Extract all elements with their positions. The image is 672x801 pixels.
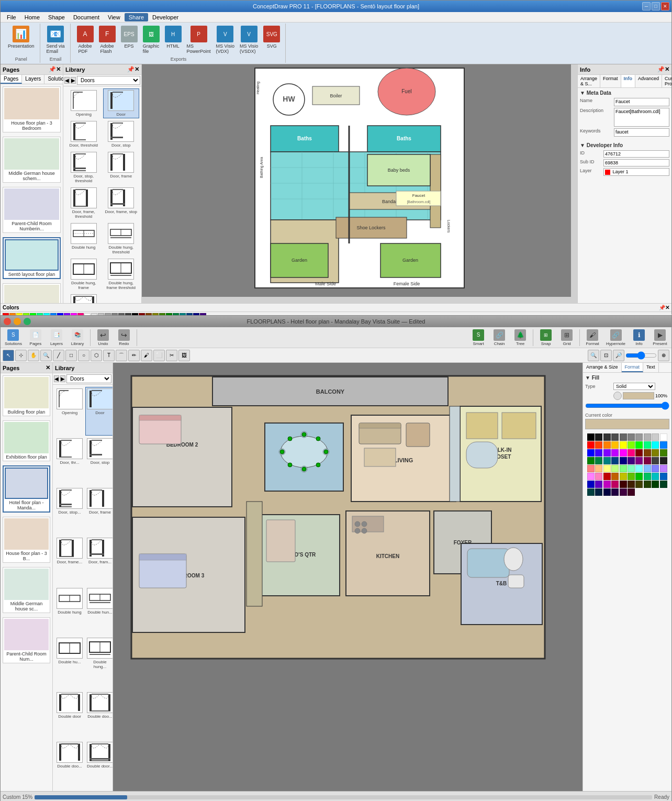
html-button[interactable]: H HTML bbox=[163, 25, 184, 55]
fill-type-select[interactable]: Solid None Gradient bbox=[613, 383, 655, 390]
palette-color[interactable] bbox=[620, 441, 627, 449]
page-thumb-5[interactable]: Single-family detached home... bbox=[3, 283, 61, 303]
rect-tool[interactable]: □ bbox=[65, 350, 77, 361]
eraser-tool[interactable]: ⬜ bbox=[153, 350, 165, 361]
pages-button[interactable]: 📄 Pages bbox=[26, 328, 45, 347]
palette-color[interactable] bbox=[628, 465, 635, 472]
palette-color[interactable] bbox=[595, 488, 602, 496]
palette-color[interactable] bbox=[644, 449, 651, 457]
library-button[interactable]: 📚 Library bbox=[68, 328, 87, 347]
palette-color[interactable] bbox=[587, 481, 595, 488]
bottom-lib-double-doo-1[interactable]: Double doo... bbox=[85, 691, 113, 739]
palette-color[interactable] bbox=[595, 473, 602, 480]
bottom-lib-door-frame-thr[interactable]: Door, frame... bbox=[55, 536, 84, 585]
bottom-lib-opening[interactable]: Opening bbox=[55, 387, 84, 436]
bottom-lib-door[interactable]: Door bbox=[85, 387, 113, 436]
palette-color[interactable] bbox=[620, 449, 627, 457]
vertical-scrollbar[interactable] bbox=[571, 64, 577, 303]
lib-item-double-hung-threshold[interactable]: Double hung, threshold bbox=[103, 221, 140, 256]
palette-color[interactable] bbox=[611, 433, 619, 441]
palette-color[interactable] bbox=[620, 481, 627, 488]
text-tool[interactable]: T bbox=[103, 350, 115, 361]
lib-back-button[interactable]: ◀ bbox=[64, 77, 70, 84]
presentation-button[interactable]: 📊 Presentation bbox=[6, 25, 37, 50]
palette-color[interactable] bbox=[587, 449, 595, 457]
palette-color[interactable] bbox=[628, 473, 635, 480]
bottom-page-3[interactable]: Hotel floor plan - Manda... bbox=[3, 465, 50, 513]
eps-button[interactable]: EPS EPS bbox=[119, 25, 140, 55]
palette-color[interactable] bbox=[635, 473, 643, 480]
palette-color[interactable] bbox=[603, 488, 611, 496]
menu-file[interactable]: File bbox=[3, 13, 20, 21]
bottom-lib-door-thr[interactable]: Door, thr... bbox=[55, 437, 84, 485]
palette-color[interactable] bbox=[644, 433, 651, 441]
menu-view[interactable]: View bbox=[104, 13, 125, 21]
bottom-lib-double-hu[interactable]: Double hu... bbox=[55, 636, 84, 689]
bottom-tab-format[interactable]: Format bbox=[622, 363, 644, 372]
bottom-page-5[interactable]: Middle German house sc... bbox=[3, 567, 50, 613]
ms-visio-vsdx-button[interactable]: V MS Visio(VSDX) bbox=[238, 25, 260, 55]
palette-color[interactable] bbox=[611, 488, 619, 496]
palette-color[interactable] bbox=[644, 441, 651, 449]
palette-color[interactable] bbox=[644, 465, 651, 472]
palette-color[interactable] bbox=[652, 433, 659, 441]
crop-tool[interactable]: ✂ bbox=[166, 350, 177, 361]
zoom-tool[interactable]: 🔍 bbox=[40, 350, 52, 361]
palette-color[interactable] bbox=[620, 473, 627, 480]
bottom-tab-arrange[interactable]: Arrange & Size bbox=[583, 363, 622, 372]
lib-item-double-hung-frame-threshold[interactable]: Double hung, frame threshold bbox=[103, 257, 140, 292]
palette-color[interactable] bbox=[587, 465, 595, 472]
current-color-box[interactable] bbox=[585, 419, 669, 429]
lib-item-door-stop-threshold[interactable]: Door, stop, threshold bbox=[65, 150, 102, 185]
tab-info[interactable]: Info bbox=[621, 75, 636, 87]
library-category-select[interactable]: Doors bbox=[77, 76, 140, 85]
palette-color[interactable] bbox=[660, 449, 667, 457]
subid-value[interactable]: 69838 bbox=[603, 159, 669, 166]
palette-color[interactable] bbox=[652, 441, 659, 449]
bottom-page-4[interactable]: House floor plan - 3 B... bbox=[3, 517, 50, 563]
palette-color[interactable] bbox=[628, 481, 635, 488]
keywords-value[interactable]: faucet bbox=[614, 128, 669, 137]
palette-color[interactable] bbox=[587, 488, 595, 496]
palette-color[interactable] bbox=[652, 449, 659, 457]
palette-color[interactable] bbox=[595, 441, 602, 449]
bottom-lib-double-hung[interactable]: Double hung bbox=[55, 586, 84, 635]
palette-color[interactable] bbox=[635, 449, 643, 457]
menu-document[interactable]: Document bbox=[69, 13, 104, 21]
palette-color[interactable] bbox=[628, 457, 635, 464]
palette-color[interactable] bbox=[587, 457, 595, 464]
page-thumb-4[interactable]: Sentō layout floor plan bbox=[3, 237, 61, 279]
bottom-lib-back[interactable]: ◀ bbox=[54, 375, 59, 382]
palette-color[interactable] bbox=[652, 473, 659, 480]
palette-color[interactable] bbox=[603, 465, 611, 472]
palette-color[interactable] bbox=[660, 481, 667, 488]
lib-item-door-frame-threshold[interactable]: Door, frame, threshold bbox=[65, 186, 102, 220]
adobe-flash-button[interactable]: F AdobeFlash bbox=[97, 25, 118, 55]
palette-color[interactable] bbox=[660, 465, 667, 472]
hypernote-button[interactable]: 🔗 Hypernote bbox=[604, 328, 628, 347]
palette-color[interactable] bbox=[587, 433, 595, 441]
page-thumb-3[interactable]: Parent-Child Room Numberin... bbox=[3, 187, 61, 233]
palette-color[interactable] bbox=[635, 465, 643, 472]
tab-advanced[interactable]: Advanced bbox=[635, 75, 662, 87]
zoom-in-button[interactable]: 🔍 bbox=[588, 350, 599, 361]
bottom-library-category[interactable]: Doors bbox=[66, 374, 111, 383]
palette-color[interactable] bbox=[628, 441, 635, 449]
bottom-page-2[interactable]: Exhibition floor plan bbox=[3, 420, 50, 461]
bottom-lib-double-door[interactable]: Double door bbox=[55, 691, 84, 739]
palette-color[interactable] bbox=[635, 441, 643, 449]
zoom-slider[interactable] bbox=[625, 351, 657, 360]
lib-item-door-threshold[interactable]: Door, threshold bbox=[65, 119, 102, 149]
palette-color[interactable] bbox=[611, 473, 619, 480]
pencil-tool[interactable]: ✏ bbox=[128, 350, 140, 361]
palette-color[interactable] bbox=[603, 481, 611, 488]
image-tool[interactable]: 🖼 bbox=[178, 350, 190, 361]
lib-item-door-frame-stop[interactable]: Door, frame, stop bbox=[103, 186, 140, 220]
palette-color[interactable] bbox=[595, 433, 602, 441]
zoom-reset-button[interactable]: ⊕ bbox=[658, 350, 669, 361]
palette-color[interactable] bbox=[620, 488, 627, 496]
palette-color[interactable] bbox=[620, 457, 627, 464]
dot-yellow[interactable] bbox=[14, 318, 21, 325]
dot-green[interactable] bbox=[24, 318, 31, 325]
menu-share[interactable]: Share bbox=[125, 13, 148, 21]
